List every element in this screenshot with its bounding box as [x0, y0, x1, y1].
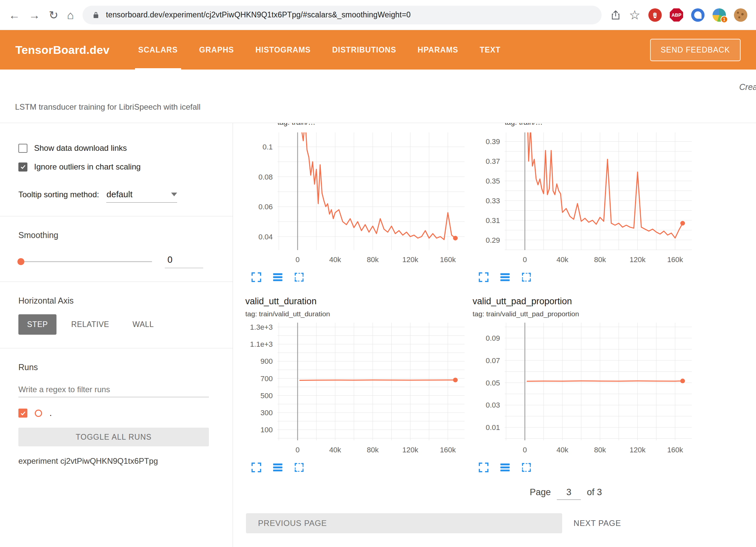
- cookie-icon[interactable]: [734, 8, 747, 22]
- nav-tabs: SCALARS GRAPHS HISTOGRAMS DISTRIBUTIONS …: [138, 30, 501, 70]
- axis-step-button[interactable]: STEP: [18, 314, 56, 335]
- tab-text[interactable]: TEXT: [480, 30, 501, 70]
- chart-card: tag: train/… 0.290.310.330.350.370.39040…: [471, 123, 699, 283]
- bookmark-star-icon[interactable]: ☆: [629, 9, 640, 21]
- fit-domain-icon[interactable]: [293, 462, 305, 473]
- experiment-description: LSTM transducer training for LibriSpeech…: [15, 102, 201, 112]
- line-chart[interactable]: 0.010.030.050.070.09040k80k120k160k: [471, 323, 699, 456]
- smoothing-slider[interactable]: [18, 261, 152, 262]
- svg-text:700: 700: [260, 374, 273, 383]
- chart-title: valid_utt_duration: [245, 296, 471, 307]
- tab-histograms[interactable]: HISTOGRAMS: [255, 30, 310, 70]
- chart-title: valid_utt_pad_proportion: [473, 296, 699, 307]
- previous-page-button[interactable]: PREVIOUS PAGE: [246, 513, 562, 533]
- lock-icon: [92, 11, 100, 19]
- svg-text:160k: 160k: [667, 446, 683, 454]
- svg-text:40k: 40k: [556, 446, 569, 454]
- chart-card: valid_utt_duration tag: train/valid_utt_…: [244, 283, 471, 473]
- svg-text:0.39: 0.39: [486, 137, 500, 146]
- runs-label: Runs: [18, 362, 233, 372]
- data-series-icon[interactable]: [499, 462, 511, 473]
- svg-text:80k: 80k: [594, 446, 606, 454]
- run-name: .: [49, 408, 52, 418]
- svg-text:0.04: 0.04: [258, 233, 273, 241]
- svg-text:500: 500: [260, 392, 273, 400]
- reload-icon[interactable]: ↻: [49, 9, 58, 21]
- next-page-button[interactable]: NEXT PAGE: [574, 519, 621, 528]
- url-text[interactable]: tensorboard.dev/experiment/cj2vtPiwQHKN9…: [106, 10, 411, 19]
- svg-text:0.09: 0.09: [486, 334, 500, 342]
- fullscreen-expand-icon[interactable]: [478, 462, 489, 473]
- fullscreen-expand-icon[interactable]: [251, 271, 262, 283]
- send-feedback-button[interactable]: SEND FEEDBACK: [650, 39, 741, 61]
- svg-text:40k: 40k: [556, 255, 569, 264]
- back-icon[interactable]: ←: [9, 9, 20, 21]
- check-icon: [20, 410, 26, 417]
- chart-card: tag: train/… 0.040.060.080.1040k80k120k1…: [244, 123, 471, 283]
- extension-icon[interactable]: [691, 8, 705, 22]
- data-series-icon[interactable]: [272, 271, 283, 283]
- tab-distributions[interactable]: DISTRIBUTIONS: [332, 30, 396, 70]
- fit-domain-icon[interactable]: [521, 462, 532, 473]
- ignore-outliers-row[interactable]: Ignore outliers in chart scaling: [18, 159, 233, 175]
- tab-graphs[interactable]: GRAPHS: [199, 30, 234, 70]
- clipped-chart-tag: tag: train/…: [505, 123, 699, 127]
- abp-extension-icon[interactable]: ABP: [670, 8, 683, 22]
- divider: [0, 216, 233, 216]
- svg-text:0.01: 0.01: [486, 423, 500, 432]
- svg-text:80k: 80k: [367, 446, 379, 454]
- line-chart[interactable]: 1003005007009001.1e+31.3e+3040k80k120k16…: [244, 323, 471, 456]
- axis-wall-button[interactable]: WALL: [124, 314, 163, 335]
- show-download-links-checkbox[interactable]: [18, 144, 27, 153]
- fit-domain-icon[interactable]: [521, 271, 532, 283]
- charts-panel: tag: train/… 0.040.060.080.1040k80k120k1…: [233, 123, 756, 547]
- svg-text:0: 0: [295, 255, 299, 264]
- divider: [0, 282, 233, 282]
- data-series-icon[interactable]: [499, 271, 511, 283]
- tooltip-sorting-dropdown[interactable]: default: [106, 189, 177, 203]
- svg-text:900: 900: [260, 357, 273, 365]
- forward-icon[interactable]: →: [29, 9, 40, 21]
- settings-sidebar: Show data download links Ignore outliers…: [0, 123, 233, 547]
- show-download-links-label: Show data download links: [34, 143, 127, 153]
- svg-text:0.33: 0.33: [486, 197, 500, 205]
- share-icon[interactable]: [610, 10, 621, 20]
- data-series-icon[interactable]: [272, 462, 283, 473]
- ignore-outliers-checkbox[interactable]: [18, 162, 27, 172]
- smoothing-slider-thumb[interactable]: [17, 258, 24, 265]
- page-number-input[interactable]: 3: [557, 487, 581, 500]
- pagination: Page 3 of 3: [530, 487, 756, 500]
- run-checkbox[interactable]: [18, 409, 27, 418]
- axis-relative-button[interactable]: RELATIVE: [62, 314, 118, 335]
- line-chart[interactable]: 0.290.310.330.350.370.39040k80k120k160k: [471, 132, 699, 266]
- svg-text:300: 300: [260, 409, 273, 417]
- tab-scalars[interactable]: SCALARS: [138, 30, 178, 70]
- run-color-swatch: [35, 410, 42, 417]
- svg-text:1.1e+3: 1.1e+3: [250, 340, 273, 348]
- ignore-outliers-label: Ignore outliers in chart scaling: [34, 162, 141, 172]
- show-download-links-row[interactable]: Show data download links: [18, 140, 233, 156]
- line-chart[interactable]: 0.040.060.080.1040k80k120k160k: [244, 132, 471, 266]
- fullscreen-expand-icon[interactable]: [478, 271, 489, 283]
- svg-text:0.31: 0.31: [486, 216, 500, 225]
- app-header: TensorBoard.dev SCALARS GRAPHS HISTOGRAM…: [0, 30, 756, 70]
- clipped-created-text: Crea: [739, 82, 756, 92]
- fit-domain-icon[interactable]: [293, 271, 305, 283]
- svg-text:160k: 160k: [440, 446, 456, 454]
- url-bar[interactable]: tensorboard.dev/experiment/cj2vtPiwQHKN9…: [83, 6, 602, 24]
- chart-tag: tag: train/valid_utt_duration: [245, 310, 471, 318]
- smoothing-label: Smoothing: [18, 230, 233, 240]
- toggle-all-runs-button[interactable]: TOGGLE ALL RUNS: [18, 428, 209, 446]
- home-icon[interactable]: ⌂: [67, 9, 74, 21]
- svg-text:0.1: 0.1: [262, 143, 273, 151]
- browser-actions: ☆ ABP 1: [610, 8, 747, 22]
- run-row[interactable]: .: [18, 408, 233, 418]
- profile-avatar[interactable]: 1: [713, 8, 726, 22]
- tab-hparams[interactable]: HPARAMS: [418, 30, 459, 70]
- smoothing-value-input[interactable]: 0: [165, 255, 203, 268]
- fullscreen-expand-icon[interactable]: [251, 462, 262, 473]
- adblock-extension-icon[interactable]: [648, 8, 662, 22]
- tooltip-sorting-value: default: [106, 189, 132, 200]
- svg-text:0.06: 0.06: [258, 203, 273, 211]
- runs-filter-input[interactable]: [18, 382, 209, 397]
